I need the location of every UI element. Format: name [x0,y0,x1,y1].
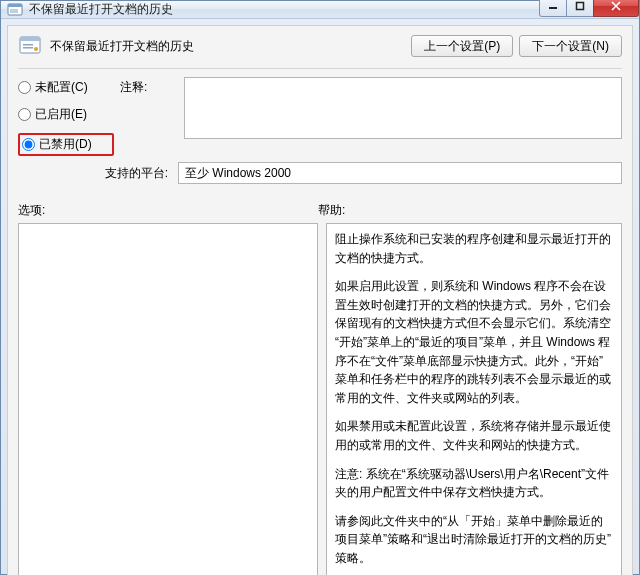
policy-icon [18,34,42,58]
radio-disabled-highlight: 已禁用(D) [18,133,114,156]
panels: 阻止操作系统和已安装的程序创建和显示最近打开的文档的快捷方式。如果启用此设置，则… [18,223,622,575]
titlebar: 不保留最近打开文档的历史 [1,1,639,19]
dialog-window: 不保留最近打开文档的历史 不保 [0,0,640,575]
svg-rect-1 [8,4,22,7]
svg-rect-10 [23,44,33,46]
help-label: 帮助: [318,202,622,219]
radio-not-configured-input[interactable] [18,81,31,94]
options-label: 选项: [18,202,318,219]
header-row: 不保留最近打开文档的历史 上一个设置(P) 下一个设置(N) [18,34,622,58]
svg-rect-9 [20,37,40,41]
svg-rect-5 [577,3,584,10]
minimize-button[interactable] [539,0,567,17]
radio-not-configured[interactable]: 未配置(C) [18,79,114,96]
help-paragraph: 如果禁用或未配置此设置，系统将存储并显示最近使用的或常用的文件、文件夹和网站的快… [335,417,613,454]
window-title: 不保留最近打开文档的历史 [29,1,540,18]
radio-disabled-input[interactable] [22,138,35,151]
radio-enabled-input[interactable] [18,108,31,121]
help-paragraph: 阻止操作系统和已安装的程序创建和显示最近打开的文档的快捷方式。 [335,230,613,267]
content-area: 不保留最近打开文档的历史 上一个设置(P) 下一个设置(N) 未配置(C) 已启… [7,25,633,575]
config-row: 未配置(C) 已启用(E) 已禁用(D) 注释: [18,77,622,156]
platform-value: 至少 Windows 2000 [185,165,291,182]
close-button[interactable] [593,0,639,17]
panel-labels: 选项: 帮助: [18,202,622,219]
svg-rect-11 [23,47,33,49]
radio-disabled-label: 已禁用(D) [39,136,92,153]
radio-not-configured-label: 未配置(C) [35,79,88,96]
divider [18,68,622,69]
platform-value-box: 至少 Windows 2000 [178,162,622,184]
help-paragraph: 如果启用此设置，则系统和 Windows 程序不会在设置生效时创建打开的文档的快… [335,277,613,407]
comment-label: 注释: [120,77,178,96]
radio-enabled[interactable]: 已启用(E) [18,106,114,123]
platform-label: 支持的平台: [18,165,172,182]
help-pane[interactable]: 阻止操作系统和已安装的程序创建和显示最近打开的文档的快捷方式。如果启用此设置，则… [326,223,622,575]
page-title: 不保留最近打开文档的历史 [50,38,403,55]
maximize-button[interactable] [566,0,594,17]
options-pane[interactable] [18,223,318,575]
radio-disabled[interactable]: 已禁用(D) [22,136,110,153]
window-buttons [540,0,639,17]
comment-textarea[interactable] [184,77,622,139]
next-setting-button[interactable]: 下一个设置(N) [519,35,622,57]
help-paragraph: 注意: 系统在“系统驱动器\Users\用户名\Recent”文件夹的用户配置文… [335,465,613,502]
prev-setting-button[interactable]: 上一个设置(P) [411,35,513,57]
state-radio-group: 未配置(C) 已启用(E) 已禁用(D) [18,77,114,156]
radio-enabled-label: 已启用(E) [35,106,87,123]
platform-row: 支持的平台: 至少 Windows 2000 [18,162,622,184]
app-icon [7,2,23,18]
svg-point-12 [34,47,38,51]
help-paragraph: 请参阅此文件夹中的“从「开始」菜单中删除最近的项目菜单”策略和“退出时清除最近打… [335,512,613,568]
